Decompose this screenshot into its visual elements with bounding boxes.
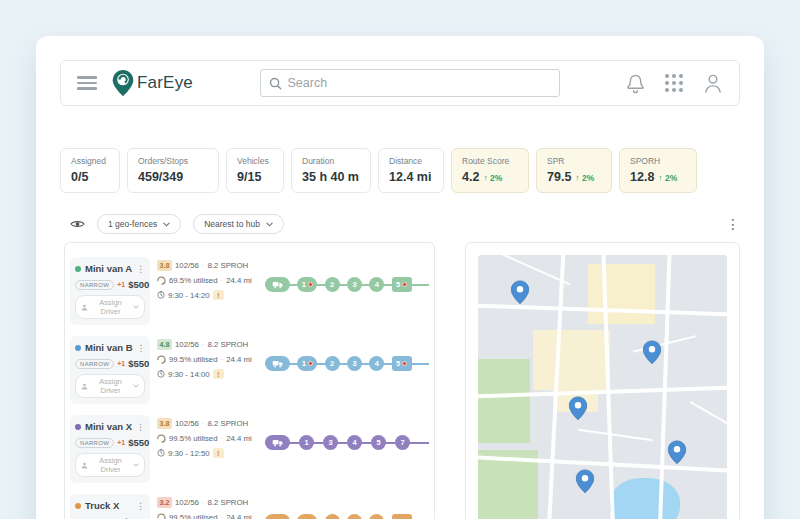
route-stop-number: 2 [330, 359, 334, 368]
utilisation-gauge-icon [157, 513, 166, 519]
map-street [690, 401, 727, 425]
route-stop[interactable]: 7 [395, 435, 410, 450]
route-stop[interactable]: 5 [392, 514, 412, 519]
stat-card-spr: SPR79.5↑ 2% [536, 148, 612, 193]
map-pin-icon[interactable] [668, 440, 687, 465]
map[interactable] [478, 255, 727, 519]
route-stop[interactable]: 4 [369, 356, 384, 371]
route-stop[interactable]: 1 [299, 435, 314, 450]
vehicle-price: $550 [128, 437, 149, 448]
route-stop[interactable]: 2 [325, 356, 340, 371]
assign-driver-select[interactable]: Assign Driver [75, 453, 145, 477]
route-stop-number: 5 [396, 359, 400, 368]
vehicle-card[interactable]: Mini van B⋮NARROW+1$550Assign Driver [70, 336, 150, 404]
route-stop[interactable]: 3 [347, 356, 362, 371]
stat-card-assigned: Assigned0/5 [60, 148, 120, 193]
clock-icon [157, 449, 165, 457]
vehicle-badge-row: NARROW+1$550 [75, 437, 145, 448]
alert-dot-icon [402, 361, 407, 366]
vehicle-price: $500 [128, 279, 149, 290]
stat-card-distance: Distance12.4 mi [378, 148, 444, 193]
chevron-down-icon [163, 222, 170, 227]
route-stop[interactable]: 2 [325, 514, 340, 519]
clock-icon [157, 291, 165, 299]
kebab-menu-icon[interactable]: ⋮ [136, 423, 145, 431]
map-pin-icon[interactable] [576, 469, 595, 494]
hamburger-menu-icon[interactable] [77, 76, 97, 90]
geo-fences-dropdown[interactable]: 1 geo-fences [97, 214, 181, 234]
vehicle-stats: 3.8102/56·8.2 SPROH99.5% utilised·24.4 m… [157, 415, 255, 463]
kebab-menu-icon[interactable]: ⋮ [726, 219, 740, 229]
kebab-menu-icon[interactable]: ⋮ [136, 502, 145, 510]
map-pin-icon[interactable] [643, 340, 662, 365]
map-pin-icon[interactable] [568, 396, 587, 421]
fareye-logo[interactable]: FarEye [111, 69, 193, 97]
driver-icon [81, 462, 88, 469]
search-box[interactable] [260, 69, 560, 97]
vehicle-name: Truck X [85, 500, 132, 511]
assign-driver-select[interactable]: Assign Driver [75, 374, 145, 398]
separator-dot: · [221, 355, 224, 364]
route-stop[interactable]: 1 [297, 356, 317, 371]
route-stop[interactable]: 1 [297, 277, 317, 292]
warning-icon: ! [213, 369, 224, 379]
stat-label: SPR [547, 156, 601, 166]
route-stop[interactable]: 3 [347, 514, 362, 519]
vehicle-card[interactable]: Mini van X⋮NARROW+1$550Assign Driver [70, 415, 150, 483]
vehicle-name-row: Truck X⋮ [75, 500, 145, 511]
route-stop[interactable]: 3 [347, 277, 362, 292]
route-stop[interactable]: 5 [392, 277, 412, 292]
map-pin-icon[interactable] [511, 280, 530, 305]
vehicle-name-row: Mini van A⋮ [75, 263, 145, 274]
stat-card-orders-stops: Orders/Stops459/349 [127, 148, 219, 193]
vehicle-stats-line1: 4.8102/56·8.2 SPROH [157, 339, 255, 350]
stat-delta-value: 2% [582, 173, 594, 183]
warning-icon: ! [213, 290, 224, 300]
route-timeline-track: 12345 [265, 514, 429, 519]
truck-icon [265, 435, 290, 450]
stats-row: Assigned0/5Orders/Stops459/349Vehicles9/… [60, 148, 740, 193]
kebab-menu-icon[interactable]: ⋮ [137, 344, 146, 352]
route-stop[interactable]: 3 [323, 435, 338, 450]
stat-value: 4.2 [462, 170, 479, 184]
extra-count: +1 [117, 360, 125, 367]
vehicle-name: Mini van A [85, 263, 132, 274]
route-stop[interactable]: 4 [369, 514, 384, 519]
separator-dot: · [202, 419, 205, 428]
alert-dot-icon [402, 282, 407, 287]
truck-icon [265, 356, 290, 371]
assign-driver-label: Assign Driver [91, 298, 130, 316]
apps-grid-icon[interactable] [665, 74, 683, 92]
sort-dropdown[interactable]: Nearest to hub [193, 214, 284, 234]
route-timeline-track: 13457 [265, 435, 429, 451]
orders-stops-value: 102/56 [175, 340, 199, 349]
route-stop-number: 1 [302, 359, 306, 368]
separator-dot: · [202, 261, 205, 270]
vehicle-card[interactable]: Truck X⋮$550Assign Driver [70, 494, 150, 519]
profile-icon[interactable] [703, 73, 723, 94]
vehicle-stats-line3: 9:30 - 12:50! [157, 448, 255, 458]
assign-driver-select[interactable]: Assign Driver [75, 295, 145, 319]
route-score-badge: 3.8 [157, 418, 172, 429]
search-input[interactable] [288, 76, 551, 90]
route-stop[interactable]: 5 [371, 435, 386, 450]
vehicle-card[interactable]: Mini van A⋮NARROW+1$500Assign Driver [70, 257, 150, 325]
truck-icon [265, 277, 290, 292]
route-stop[interactable]: 5 [392, 356, 412, 371]
utilised-value: 99.5% utilised [169, 355, 218, 364]
route-stop[interactable]: 4 [369, 277, 384, 292]
alert-dot-icon [308, 282, 313, 287]
chevron-down-icon [133, 305, 139, 309]
eye-icon[interactable] [70, 219, 85, 229]
route-stop-number: 2 [330, 280, 334, 289]
bell-icon[interactable] [626, 73, 645, 94]
kebab-menu-icon[interactable]: ⋮ [136, 265, 145, 273]
route-stop[interactable]: 4 [347, 435, 362, 450]
route-stop[interactable]: 2 [325, 277, 340, 292]
route-stop[interactable]: 1 [297, 514, 317, 519]
search-icon [269, 77, 282, 90]
stat-label: Distance [389, 156, 433, 166]
stat-label: Route Score [462, 156, 518, 166]
route-stop-number: 3 [352, 359, 356, 368]
stat-value-row: 4.2↑ 2% [462, 170, 518, 184]
